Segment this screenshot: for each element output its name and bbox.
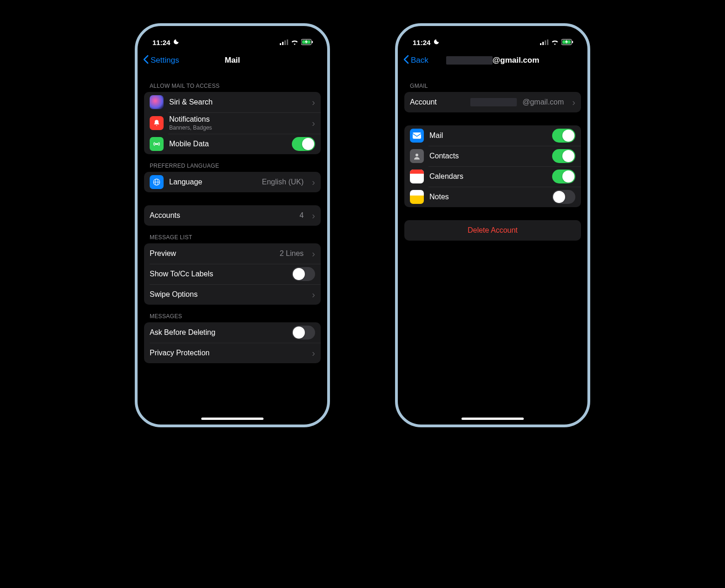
phone-right: 11:24 Back @gmail.com GMAIL bbox=[395, 23, 590, 427]
wifi-icon bbox=[551, 39, 559, 46]
svg-rect-13 bbox=[545, 40, 546, 45]
contacts-icon bbox=[410, 149, 424, 163]
group-delete: Delete Account bbox=[404, 220, 581, 241]
row-label: Siri & Search bbox=[169, 98, 303, 106]
row-label: Ask Before Deleting bbox=[150, 328, 286, 337]
globe-icon bbox=[150, 175, 164, 189]
toggle-calendars[interactable] bbox=[552, 170, 575, 183]
notifications-icon bbox=[150, 116, 164, 130]
toggle-ask-before-deleting[interactable] bbox=[292, 326, 315, 340]
redacted-text bbox=[446, 56, 493, 65]
svg-rect-18 bbox=[413, 132, 421, 139]
chevron-right-icon: › bbox=[312, 118, 315, 129]
dnd-icon bbox=[433, 39, 440, 46]
chevron-right-icon: › bbox=[312, 177, 315, 188]
row-show-tocc[interactable]: Show To/Cc Labels bbox=[144, 264, 321, 284]
row-label: Calendars bbox=[429, 172, 547, 181]
row-label: Privacy Protection bbox=[150, 349, 303, 357]
toggle-contacts[interactable] bbox=[552, 149, 575, 163]
row-siri-search[interactable]: Siri & Search › bbox=[144, 92, 321, 112]
row-label: Mail bbox=[429, 131, 547, 140]
row-preview[interactable]: Preview 2 Lines › bbox=[144, 243, 321, 264]
account-suffix: @gmail.com bbox=[522, 98, 564, 106]
toggle-notes[interactable] bbox=[552, 190, 575, 204]
svg-rect-12 bbox=[542, 42, 544, 45]
row-label: Accounts bbox=[150, 211, 294, 220]
row-sublabel: Banners, Badges bbox=[169, 124, 303, 131]
toggle-show-tocc[interactable] bbox=[292, 267, 315, 281]
row-mail-service[interactable]: Mail bbox=[404, 125, 581, 146]
row-contacts-service[interactable]: Contacts bbox=[404, 146, 581, 166]
row-label: Show To/Cc Labels bbox=[150, 270, 286, 278]
antenna-icon bbox=[150, 137, 164, 151]
status-time: 11:24 bbox=[152, 39, 170, 46]
row-label: Mobile Data bbox=[169, 140, 286, 148]
row-detail: 2 Lines bbox=[280, 249, 304, 258]
section-header-access: ALLOW MAIL TO ACCESS bbox=[144, 74, 321, 92]
svg-rect-11 bbox=[540, 43, 541, 45]
notes-icon bbox=[410, 190, 424, 204]
chevron-right-icon: › bbox=[312, 248, 315, 259]
svg-rect-0 bbox=[280, 43, 281, 45]
battery-icon bbox=[301, 39, 313, 46]
title-suffix: @gmail.com bbox=[493, 56, 540, 65]
group-language: Language English (UK) › bbox=[144, 172, 321, 192]
row-detail: 4 bbox=[299, 211, 303, 220]
section-header-msglist: MESSAGE LIST bbox=[144, 226, 321, 243]
chevron-right-icon: › bbox=[312, 97, 315, 108]
toggle-mobile-data[interactable] bbox=[292, 137, 315, 151]
back-label: Back bbox=[411, 56, 428, 65]
svg-point-19 bbox=[415, 154, 418, 157]
group-accounts: Accounts 4 › bbox=[144, 205, 321, 226]
delete-account-button[interactable]: Delete Account bbox=[404, 220, 581, 241]
svg-rect-14 bbox=[547, 39, 548, 45]
calendar-icon bbox=[410, 170, 424, 183]
row-calendars-service[interactable]: Calendars bbox=[404, 166, 581, 187]
home-indicator[interactable] bbox=[201, 418, 264, 420]
cellular-icon bbox=[280, 39, 288, 46]
row-accounts[interactable]: Accounts 4 › bbox=[144, 205, 321, 226]
chevron-right-icon: › bbox=[312, 348, 315, 359]
svg-rect-16 bbox=[572, 41, 573, 43]
row-label: Notes bbox=[429, 193, 547, 201]
svg-point-7 bbox=[156, 144, 157, 144]
delete-label: Delete Account bbox=[468, 226, 518, 235]
chevron-right-icon: › bbox=[572, 97, 575, 108]
chevron-right-icon: › bbox=[312, 289, 315, 300]
nav-bar: Back @gmail.com bbox=[399, 50, 587, 71]
group-messages: Ask Before Deleting Privacy Protection › bbox=[144, 322, 321, 363]
screen-left: 11:24 Settings Mail ALLOW MAIL TO ACCESS bbox=[138, 27, 326, 424]
row-mobile-data[interactable]: Mobile Data bbox=[144, 134, 321, 154]
chevron-left-icon bbox=[403, 55, 409, 66]
back-label: Settings bbox=[151, 56, 179, 65]
battery-icon bbox=[561, 39, 573, 46]
group-msglist: Preview 2 Lines › Show To/Cc Labels Swip… bbox=[144, 243, 321, 305]
screen-right: 11:24 Back @gmail.com GMAIL bbox=[399, 27, 587, 424]
svg-rect-5 bbox=[312, 41, 313, 43]
row-ask-before-deleting[interactable]: Ask Before Deleting bbox=[144, 322, 321, 343]
back-button[interactable]: Back bbox=[403, 55, 428, 66]
redacted-text bbox=[470, 98, 517, 106]
row-label: Preview bbox=[150, 249, 274, 258]
content-area[interactable]: GMAIL Account @gmail.com › Mail bbox=[399, 71, 587, 411]
nav-bar: Settings Mail bbox=[138, 50, 326, 71]
toggle-mail[interactable] bbox=[552, 129, 575, 143]
row-notifications[interactable]: Notifications Banners, Badges › bbox=[144, 112, 321, 134]
section-header-messages: MESSAGES bbox=[144, 305, 321, 322]
row-detail: English (UK) bbox=[262, 178, 304, 186]
chevron-left-icon bbox=[143, 55, 149, 66]
siri-icon bbox=[150, 95, 164, 109]
back-button[interactable]: Settings bbox=[143, 55, 179, 66]
row-account[interactable]: Account @gmail.com › bbox=[404, 92, 581, 112]
home-indicator[interactable] bbox=[461, 418, 524, 420]
row-notes-service[interactable]: Notes bbox=[404, 187, 581, 207]
section-header-gmail: GMAIL bbox=[404, 74, 581, 92]
row-privacy-protection[interactable]: Privacy Protection › bbox=[144, 343, 321, 363]
row-swipe-options[interactable]: Swipe Options › bbox=[144, 284, 321, 305]
row-label: Language bbox=[169, 178, 257, 186]
mail-icon bbox=[410, 129, 424, 143]
dnd-icon bbox=[173, 39, 179, 46]
content-area[interactable]: ALLOW MAIL TO ACCESS Siri & Search › Not… bbox=[138, 71, 326, 411]
row-language[interactable]: Language English (UK) › bbox=[144, 172, 321, 192]
phone-left: 11:24 Settings Mail ALLOW MAIL TO ACCESS bbox=[135, 23, 330, 427]
